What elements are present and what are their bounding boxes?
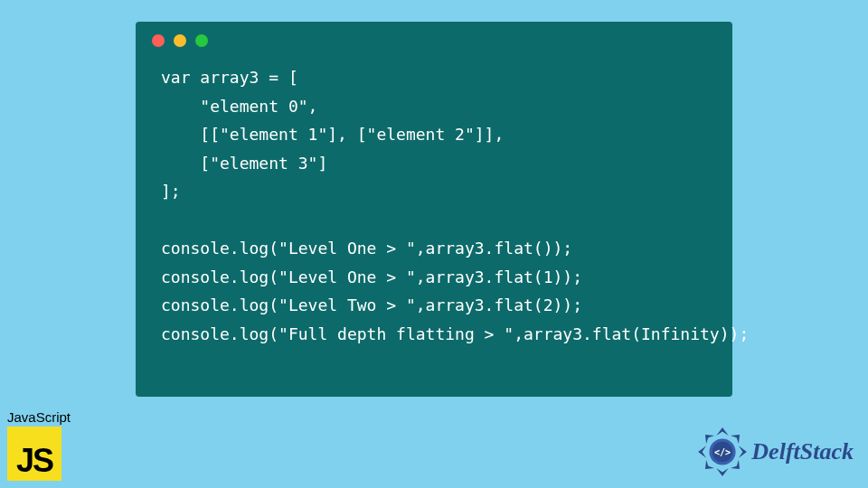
code-line: var array3 = [ bbox=[161, 68, 298, 87]
code-line: ]; bbox=[161, 182, 181, 201]
code-body: var array3 = [ "element 0", [["element 1… bbox=[136, 52, 732, 366]
svg-marker-1 bbox=[739, 446, 747, 457]
code-line: [["element 1"], ["element 2"]], bbox=[161, 125, 504, 144]
delftstack-text: DelftStack bbox=[751, 438, 854, 465]
javascript-badge: JavaScript JS bbox=[7, 409, 71, 481]
svg-marker-7 bbox=[705, 435, 714, 444]
javascript-logo-text: JS bbox=[16, 445, 52, 481]
code-line: console.log("Level Two > ",array3.flat(2… bbox=[161, 296, 582, 314]
close-icon bbox=[152, 34, 165, 47]
svg-marker-0 bbox=[717, 427, 729, 436]
javascript-label: JavaScript bbox=[7, 409, 71, 425]
javascript-logo-icon: JS bbox=[7, 427, 61, 481]
code-line: console.log("Level One > ",array3.flat()… bbox=[161, 239, 572, 258]
delftstack-badge: </> DelftStack bbox=[697, 427, 854, 477]
svg-marker-6 bbox=[705, 460, 714, 469]
delftstack-logo-icon: </> bbox=[697, 427, 748, 477]
svg-marker-5 bbox=[731, 460, 740, 469]
svg-marker-3 bbox=[698, 446, 706, 457]
svg-marker-2 bbox=[717, 468, 729, 476]
code-line: "element 0", bbox=[161, 97, 317, 116]
code-window: var array3 = [ "element 0", [["element 1… bbox=[136, 22, 732, 397]
minimize-icon bbox=[174, 34, 186, 47]
maximize-icon bbox=[195, 34, 208, 47]
window-controls bbox=[136, 22, 732, 52]
code-line: console.log("Full depth flatting > ",arr… bbox=[161, 324, 749, 343]
code-line: console.log("Level One > ",array3.flat(1… bbox=[161, 267, 582, 286]
code-line: ["element 3"] bbox=[161, 154, 327, 173]
svg-marker-4 bbox=[731, 435, 740, 444]
svg-text:</>: </> bbox=[714, 447, 731, 457]
